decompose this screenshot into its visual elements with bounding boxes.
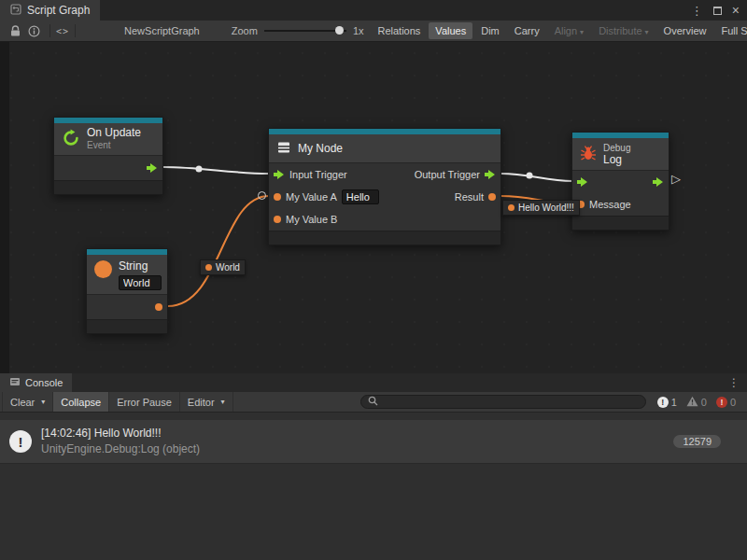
error-log-icon: ! (716, 397, 727, 408)
node-my-node[interactable]: My Node Input Trigger Output Trigger (268, 128, 501, 245)
result-label: Result (455, 191, 484, 203)
bug-icon (580, 145, 597, 163)
unity-window: Script Graph ⋮ × <> NewScriptGraph Zoom … (0, 0, 747, 560)
node-footer (572, 216, 669, 230)
node-subtitle: Event (87, 139, 141, 151)
graph-toolbar: <> NewScriptGraph Zoom 1x Relations Valu… (0, 21, 747, 42)
log-stacktrace: UnityEngine.Debug:Log (object) (41, 441, 200, 457)
toolbar-divider (75, 24, 76, 37)
error-pause-button[interactable]: Error Pause (109, 392, 180, 412)
title-bar: Script Graph ⋮ × (0, 0, 747, 21)
my-value-b-port[interactable] (274, 216, 281, 223)
string-literal-icon (94, 260, 112, 278)
info-log-icon: ! (657, 397, 669, 408)
output-trigger-port[interactable] (485, 170, 496, 179)
node-title: On Update (87, 127, 141, 139)
zoom-slider-knob[interactable] (335, 26, 344, 35)
wire-value-world: World (200, 259, 246, 275)
unconnected-port-indicator[interactable] (258, 191, 266, 200)
console-icon (9, 376, 21, 389)
my-value-b-label: My Value B (286, 214, 337, 225)
fullscreen-button[interactable]: Full S (714, 22, 747, 39)
flow-cursor-icon: ▷ (671, 172, 681, 186)
close-icon[interactable]: × (732, 3, 740, 18)
debug-output-trigger-port[interactable] (653, 177, 664, 187)
zoom-label: Zoom (232, 25, 258, 36)
search-icon (368, 396, 378, 408)
warning-icon (686, 396, 698, 409)
tab-title: Script Graph (27, 4, 90, 17)
log-message: [14:02:46] Hello World!!! (41, 426, 200, 441)
node-title: Log (603, 154, 630, 166)
my-value-a-label: My Value A (286, 191, 337, 203)
zoom-slider[interactable] (264, 30, 346, 32)
node-debug-log[interactable]: Debug Log Message (571, 132, 669, 231)
input-trigger-port[interactable] (274, 170, 285, 179)
node-string[interactable]: String (86, 248, 168, 334)
dim-button[interactable]: Dim (474, 22, 506, 39)
overview-button[interactable]: Overview (657, 22, 713, 39)
window-menu-icon[interactable]: ⋮ (691, 4, 703, 18)
graph-name: NewScriptGraph (124, 25, 200, 36)
console-toolbar: Clear ▾ Collapse Error Pause Editor ▾ (0, 392, 747, 413)
collapse-count-badge: 12579 (673, 435, 721, 448)
result-port[interactable] (488, 193, 496, 201)
log-entry[interactable]: ! [14:02:46] Hello World!!! UnityEngine.… (0, 420, 747, 464)
wire-value-dot (205, 264, 212, 271)
trigger-output-port[interactable] (147, 163, 158, 173)
toolbar-divider (49, 24, 50, 37)
wire-dot (196, 166, 203, 173)
info-count-badge[interactable]: ! 1 (654, 397, 681, 408)
console-panel: Console ⋮ Clear ▾ Collapse Error Pause E… (0, 373, 747, 560)
zoom-value: 1x (353, 25, 364, 36)
wire-value-hello-world: Hello World!!! (502, 200, 580, 216)
debug-input-trigger-port[interactable] (577, 177, 588, 187)
wire-onupdate-to-mynode[interactable] (163, 167, 269, 174)
node-footer (269, 231, 500, 245)
chevron-down-icon: ▾ (580, 28, 584, 36)
warning-count-badge[interactable]: 0 (683, 396, 711, 409)
string-output-port[interactable] (155, 303, 162, 311)
my-value-a-input[interactable] (342, 189, 379, 204)
graph-canvas[interactable]: On Update Event My Nod (0, 42, 747, 373)
node-footer (54, 180, 162, 194)
my-value-a-port[interactable] (274, 193, 281, 201)
edit-code-icon[interactable]: <> (56, 26, 69, 36)
string-value-input[interactable] (119, 275, 162, 290)
node-title: String (119, 260, 162, 273)
node-footer (87, 319, 167, 333)
console-log-area[interactable]: ! [14:02:46] Hello World!!! UnityEngine.… (0, 416, 747, 560)
clear-button[interactable]: Clear ▾ (2, 392, 53, 412)
distribute-button[interactable]: Distribute▾ (592, 22, 655, 39)
align-button[interactable]: Align▾ (548, 22, 590, 39)
collapse-button[interactable]: Collapse (53, 392, 109, 412)
on-update-event-icon (62, 129, 80, 149)
node-on-update[interactable]: On Update Event (53, 117, 163, 195)
lock-icon[interactable] (10, 25, 21, 37)
wire-string-to-myvaluea[interactable] (168, 196, 269, 306)
console-menu-icon[interactable]: ⋮ (721, 373, 747, 392)
relations-button[interactable]: Relations (372, 22, 428, 39)
info-icon[interactable] (28, 25, 40, 37)
chevron-down-icon: ▾ (41, 398, 45, 406)
maximize-icon[interactable] (713, 7, 722, 15)
message-label: Message (589, 199, 631, 210)
wire-mynode-to-debug[interactable] (501, 174, 572, 181)
node-title: My Node (298, 142, 343, 155)
script-graph-icon (10, 4, 21, 18)
search-input[interactable] (383, 397, 639, 408)
my-node-icon (276, 140, 291, 157)
console-tab-title: Console (25, 377, 63, 388)
console-tab-bar: Console ⋮ (0, 373, 747, 392)
console-search[interactable] (360, 395, 646, 409)
editor-button[interactable]: Editor ▾ (180, 392, 233, 412)
input-trigger-label: Input Trigger (289, 169, 347, 180)
tab-console[interactable]: Console (0, 373, 72, 392)
values-button[interactable]: Values (429, 22, 472, 39)
log-info-icon: ! (9, 430, 32, 453)
carry-button[interactable]: Carry (508, 22, 546, 39)
tab-script-graph[interactable]: Script Graph (0, 0, 100, 21)
output-trigger-label: Output Trigger (415, 169, 480, 180)
error-count-badge[interactable]: ! 0 (712, 397, 740, 408)
chevron-down-icon: ▾ (221, 398, 225, 406)
